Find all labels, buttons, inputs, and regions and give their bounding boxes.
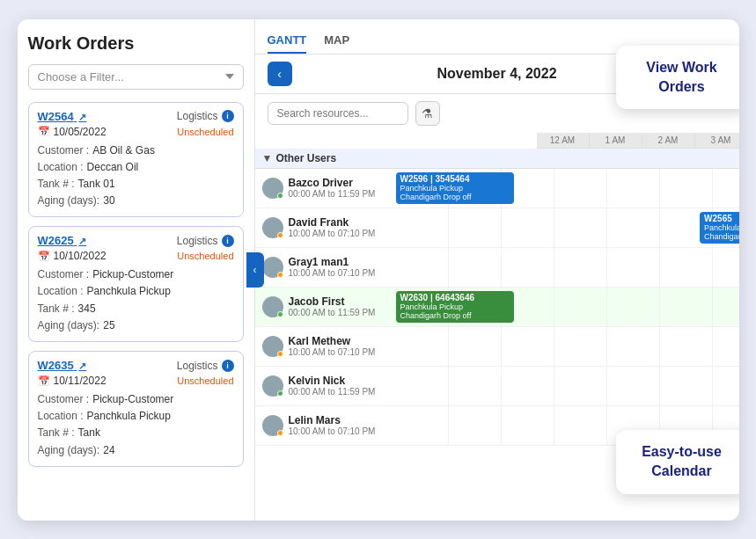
group-collapse-button[interactable]: ▼ — [262, 152, 273, 164]
info-icon-1[interactable]: i — [222, 110, 234, 122]
resource-info: Jacob First 00:00 AM to 11:59 PM — [255, 292, 396, 321]
resource-time: 10:00 AM to 07:10 PM — [289, 229, 389, 238]
wo-details-2: Customer :Pickup-Customer Location :Panc… — [38, 266, 234, 334]
wo-type-1: Logistics i — [177, 110, 234, 122]
work-order-card-2: W2625 ↗ Logistics i 📅 10/10/2022 Unsched… — [28, 226, 244, 342]
timeline-cell — [660, 367, 713, 405]
info-icon-3[interactable]: i — [222, 360, 234, 372]
svg-point-1 — [268, 191, 278, 196]
wo-id-1[interactable]: W2564 ↗ — [38, 110, 87, 123]
prev-date-button[interactable]: ‹ — [268, 62, 292, 86]
gantt-bar-line1: Panchkula Pickup — [704, 223, 738, 232]
resource-name-block: Jacob First 00:00 AM to 11:59 PM — [289, 295, 389, 317]
resource-row: Bazco Driver 00:00 AM to 11:59 PM W2596 … — [255, 169, 739, 208]
timeline-cell — [713, 367, 739, 405]
wo-status-2: Unscheduled — [177, 251, 233, 261]
sidebar-title: Work Orders — [28, 33, 244, 54]
avatar — [262, 336, 283, 357]
timeline-cell — [607, 288, 660, 326]
svg-point-6 — [269, 301, 276, 308]
filter-select[interactable]: Choose a Filter... — [28, 64, 244, 90]
avatar — [262, 178, 283, 199]
wo-type-2: Logistics i — [177, 235, 234, 247]
avatar — [262, 375, 283, 397]
gantt-bar-line2: Chandigarh Drop off — [400, 193, 510, 201]
sidebar: Work Orders Choose a Filter... W2564 ↗ L… — [18, 19, 255, 521]
wo-details-3: Customer :Pickup-Customer Location :Panc… — [38, 391, 234, 459]
timeline-cell — [713, 288, 739, 326]
resource-name-block: David Frank 10:00 AM to 07:10 PM — [289, 216, 389, 238]
svg-point-11 — [268, 389, 278, 394]
gantt-bar[interactable]: W2596 | 3545464 Panchkula Pickup Chandig… — [396, 172, 514, 204]
resource-name-block: Bazco Driver 00:00 AM to 11:59 PM — [289, 177, 389, 199]
timeline-cell — [660, 169, 713, 208]
timeline-cell — [554, 406, 607, 445]
resource-name: Jacob First — [289, 295, 389, 308]
resource-time: 10:00 AM to 07:10 PM — [289, 347, 389, 357]
resource-info: Lelin Mars 10:00 AM to 07:10 PM — [255, 411, 396, 440]
gantt-bar[interactable]: W2565 Panchkula Pickup Chandigarh Drop o… — [700, 212, 738, 244]
timeline-cell — [713, 327, 739, 366]
gantt-bar-line2: Chandigarh Drop off — [704, 232, 738, 241]
timeline-cell — [554, 367, 607, 405]
wo-id-2[interactable]: W2625 ↗ — [38, 234, 87, 247]
timeline-cells — [396, 327, 739, 366]
tab-map[interactable]: MAP — [324, 28, 349, 54]
timeline-cell — [554, 248, 607, 287]
timeline-cells: W2630 | 64643646 Panchkula Pickup Chandi… — [396, 288, 739, 326]
resource-row: Kelvin Nick 00:00 AM to 11:59 PM — [255, 367, 739, 406]
timeline-cell — [449, 248, 502, 287]
resource-row: Jacob First 00:00 AM to 11:59 PM W2630 |… — [255, 288, 739, 327]
svg-point-9 — [268, 349, 278, 354]
timeline-cell — [449, 406, 502, 445]
timeline-cell — [607, 208, 660, 247]
resource-info: Kelvin Nick 00:00 AM to 11:59 PM — [255, 371, 396, 400]
avatar — [262, 415, 283, 436]
sidebar-collapse-button[interactable]: ‹ — [246, 252, 264, 288]
time-slot-12am: 12 AM — [537, 133, 590, 148]
timeline-cell — [449, 327, 502, 366]
group-header: ▼ Other Users — [255, 149, 739, 169]
timeline-cell — [607, 327, 660, 366]
gantt-bar-line1: Panchkula Pickup — [400, 302, 510, 311]
avatar-status-dot — [277, 390, 283, 397]
filter-button[interactable]: ⚗ — [415, 101, 440, 126]
resource-name-block: Karl Methew 10:00 AM to 07:10 PM — [289, 335, 389, 357]
wo-date-2: 📅 10/10/2022 — [38, 250, 106, 262]
wo-status-1: Unscheduled — [177, 127, 233, 137]
timeline-cell — [607, 248, 660, 287]
resource-time: 00:00 AM to 11:59 PM — [289, 387, 389, 397]
timeline-cell — [713, 169, 739, 208]
timeline-cell — [554, 208, 607, 247]
wo-status-3: Unscheduled — [177, 375, 233, 386]
avatar-status-dot — [277, 193, 283, 199]
timeline-cell — [396, 208, 449, 247]
timeline-cell — [502, 327, 554, 366]
timeline-cell — [713, 248, 739, 287]
avatar-status-dot — [277, 311, 283, 317]
svg-point-5 — [268, 270, 278, 275]
gantt-bar-line2: Chandigarh Drop off — [400, 311, 510, 320]
resource-name: David Frank — [289, 216, 389, 229]
wo-id-3[interactable]: W2635 ↗ — [38, 359, 87, 372]
timeline-cell — [554, 327, 607, 366]
svg-point-0 — [269, 182, 276, 189]
resource-info: Karl Methew 10:00 AM to 07:10 PM — [255, 331, 396, 361]
callout-view-work-orders: View Work Orders — [616, 46, 739, 110]
info-icon-2[interactable]: i — [222, 235, 234, 247]
resource-info: Bazco Driver 00:00 AM to 11:59 PM — [255, 173, 396, 202]
svg-point-12 — [269, 419, 276, 426]
avatar — [262, 217, 283, 238]
search-input[interactable] — [268, 102, 408, 125]
time-slot-1am: 1 AM — [590, 133, 642, 148]
resource-name: Karl Methew — [289, 335, 389, 347]
resource-name-block: Lelin Mars 10:00 AM to 07:10 PM — [289, 414, 389, 436]
work-order-card-3: W2635 ↗ Logistics i 📅 10/11/2022 Unsched… — [28, 351, 244, 467]
timeline-cell — [449, 367, 502, 405]
gantt-bar[interactable]: W2630 | 64643646 Panchkula Pickup Chandi… — [396, 291, 514, 323]
resource-name: Bazco Driver — [289, 177, 389, 189]
timeline-cell — [660, 248, 713, 287]
resource-time: 10:00 AM to 07:10 PM — [289, 268, 389, 278]
tab-gantt[interactable]: GANTT — [268, 28, 307, 54]
gantt-bar-id: W2565 — [704, 214, 738, 223]
